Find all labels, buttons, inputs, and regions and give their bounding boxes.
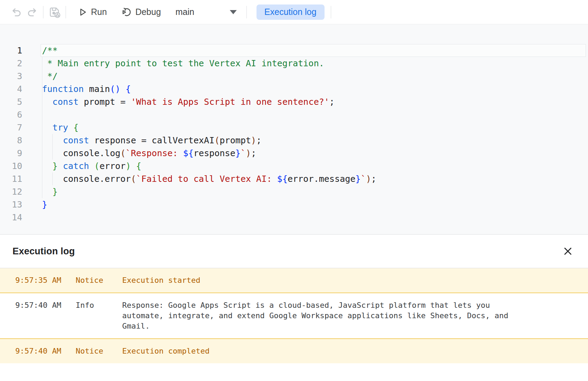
undo-icon	[11, 7, 22, 18]
line-number[interactable]: 2	[0, 57, 22, 70]
log-entry-info: 9:57:40 AMInfoResponse: Google Apps Scri…	[0, 293, 588, 338]
code-line[interactable]: 3 */	[0, 70, 588, 83]
log-time: 9:57:35 AM	[15, 275, 76, 286]
save-warning-icon	[48, 6, 61, 18]
line-number[interactable]: 14	[0, 211, 22, 224]
toolbar-divider	[43, 6, 43, 18]
code-text: try {	[42, 121, 78, 134]
line-number[interactable]: 3	[0, 70, 22, 83]
line-number[interactable]: 7	[0, 121, 22, 134]
run-icon	[78, 7, 87, 17]
code-text: const prompt = 'What is Apps Script in o…	[42, 95, 335, 108]
code-line[interactable]: 9 console.log(`Response: ${response}`);	[0, 147, 588, 160]
code-line[interactable]: 11 console.error(`Failed to call Vertex …	[0, 172, 588, 185]
selected-function: main	[176, 7, 194, 17]
close-button[interactable]	[561, 244, 575, 258]
log-entry-notice: 9:57:40 AMNoticeExecution completed	[0, 338, 588, 363]
line-number[interactable]: 11	[0, 172, 22, 185]
execution-log-button[interactable]: Execution log	[257, 5, 325, 20]
toolbar-divider	[246, 6, 247, 18]
code-text: console.error(`Failed to call Vertex AI:…	[42, 172, 376, 185]
code-line[interactable]: 8 const response = callVertexAI(prompt);	[0, 134, 588, 147]
line-number[interactable]: 8	[0, 134, 22, 147]
code-text: /**	[42, 44, 58, 57]
redo-icon	[26, 7, 37, 18]
code-line[interactable]: 13}	[0, 198, 588, 211]
log-time: 9:57:40 AM	[15, 300, 76, 331]
code-line[interactable]: 10 } catch (error) {	[0, 160, 588, 172]
log-entry-notice: 9:57:35 AMNoticeExecution started	[0, 268, 588, 293]
log-level: Info	[76, 300, 122, 331]
log-level: Notice	[76, 346, 122, 356]
execution-log-title: Execution log	[12, 246, 75, 257]
code-line[interactable]: 2 * Main entry point to test the Vertex …	[0, 57, 588, 70]
code-text: * Main entry point to test the Vertex AI…	[42, 57, 324, 70]
line-number[interactable]: 6	[0, 108, 22, 121]
run-label: Run	[91, 7, 107, 17]
execution-log-panel: Execution log 9:57:35 AMNoticeExecution …	[0, 235, 588, 363]
function-selector[interactable]: main	[174, 4, 239, 20]
debug-label: Debug	[135, 7, 161, 17]
run-button[interactable]: Run	[74, 4, 110, 20]
line-number[interactable]: 4	[0, 83, 22, 95]
code-line[interactable]: 6	[0, 108, 588, 121]
line-number[interactable]: 12	[0, 185, 22, 198]
line-number[interactable]: 10	[0, 160, 22, 172]
code-lines: 1/**2 * Main entry point to test the Ver…	[0, 24, 588, 224]
toolbar-divider	[66, 6, 66, 18]
close-icon	[563, 246, 573, 256]
code-text: }	[42, 185, 58, 198]
code-line[interactable]: 12 }	[0, 185, 588, 198]
toolbar-divider	[331, 6, 331, 18]
log-entries: 9:57:35 AMNoticeExecution started9:57:40…	[0, 268, 588, 363]
log-message: Execution started	[122, 275, 514, 286]
code-line[interactable]: 7 try {	[0, 121, 588, 134]
toolbar: Run Debug main Execution log	[0, 0, 588, 24]
code-line[interactable]: 1/**	[0, 44, 588, 57]
code-line[interactable]: 14	[0, 211, 588, 224]
execution-log-header: Execution log	[0, 235, 588, 268]
code-text: const response = callVertexAI(prompt);	[42, 134, 261, 147]
code-text: } catch (error) {	[42, 160, 141, 172]
line-number[interactable]: 1	[0, 44, 22, 57]
code-text: }	[42, 198, 47, 211]
line-number[interactable]: 9	[0, 147, 22, 160]
debug-icon	[121, 7, 132, 17]
code-text: function main() {	[42, 83, 131, 95]
debug-button[interactable]: Debug	[118, 4, 165, 20]
chevron-down-icon	[230, 10, 237, 14]
code-text: console.log(`Response: ${response}`);	[42, 147, 256, 160]
log-level: Notice	[76, 275, 122, 286]
line-number[interactable]: 5	[0, 95, 22, 108]
log-time: 9:57:40 AM	[15, 346, 76, 356]
save-project-button[interactable]	[47, 5, 62, 20]
code-text: */	[42, 70, 58, 83]
redo-button[interactable]	[24, 5, 40, 20]
undo-button[interactable]	[9, 5, 24, 20]
code-editor[interactable]: 1/**2 * Main entry point to test the Ver…	[0, 24, 588, 235]
code-line[interactable]: 5 const prompt = 'What is Apps Script in…	[0, 95, 588, 108]
code-line[interactable]: 4function main() {	[0, 83, 588, 95]
log-message: Execution completed	[122, 346, 514, 356]
apps-script-editor: Run Debug main Execution log 1/**2 * Mai…	[0, 0, 588, 363]
log-message: Response: Google Apps Script is a cloud-…	[122, 300, 514, 331]
line-number[interactable]: 13	[0, 198, 22, 211]
